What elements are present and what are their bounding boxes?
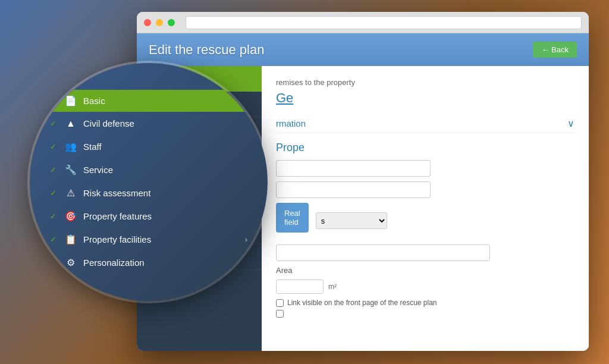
item-icon: ⚙ [64, 257, 77, 268]
item-icon: 📄 [64, 95, 77, 106]
back-button[interactable]: ← Back [533, 42, 577, 58]
item-icon: 🔧 [64, 164, 77, 175]
checkbox-1-label: Link visible on the front page of the re… [287, 299, 437, 307]
input-field-1[interactable] [276, 160, 431, 177]
url-bar[interactable] [186, 16, 582, 29]
area-label: Area [276, 266, 292, 275]
page-title: Edit the rescue plan [149, 42, 264, 58]
check-icon: ✓ [50, 142, 58, 151]
breadcrumb: remises to the property [276, 78, 575, 87]
mag-sidebar-item-basic[interactable]: ✓ 📄 Basic [42, 90, 256, 112]
mag-sidebar-item-property-facilities[interactable]: ✓ 📋 Property facilities › [42, 228, 256, 250]
checkbox-2[interactable] [276, 310, 284, 318]
chevron-down-icon: ∨ [567, 118, 575, 129]
minimize-button[interactable] [156, 19, 163, 26]
magnifier-item-label: Risk assessment [83, 188, 247, 198]
mag-sidebar-item-personalization[interactable]: ⚙ Personalization [42, 252, 256, 274]
main-content: remises to the property Ge rmation ∨ Pro… [262, 66, 589, 351]
item-icon: 🎯 [64, 211, 77, 222]
mag-sidebar-item-civil-defense[interactable]: ✓ ▲ Civil defense [42, 113, 256, 134]
info-box: Real field [276, 203, 309, 233]
checkbox-row-1: Link visible on the front page of the re… [276, 299, 575, 307]
item-icon: ▲ [64, 118, 77, 129]
mag-sidebar-item-risk-assessment[interactable]: ✓ ⚠ Risk assessment [42, 182, 256, 204]
area-unit: m² [328, 283, 337, 291]
magnifier-overlay: ✓ 📄 Basic ✓ ▲ Civil defense ✓ 👥 Staff ✓ … [30, 63, 268, 301]
magnifier-inner: ✓ 📄 Basic ✓ ▲ Civil defense ✓ 👥 Staff ✓ … [30, 63, 268, 301]
checkbox-row-2 [276, 310, 575, 318]
maximize-button[interactable] [168, 19, 175, 26]
magnifier-item-label: Staff [83, 142, 247, 152]
mag-sidebar-item-service[interactable]: ✓ 🔧 Service [42, 159, 256, 181]
accordion-header[interactable]: rmation ∨ [276, 114, 575, 133]
check-icon: ✓ [50, 212, 58, 221]
check-icon: ✓ [50, 189, 58, 197]
item-icon: ⚠ [64, 187, 77, 199]
area-input-row: m² [276, 280, 575, 294]
input-field-3[interactable] [276, 244, 490, 261]
check-icon: ✓ [50, 96, 58, 105]
magnifier-sidebar: ✓ 📄 Basic ✓ ▲ Civil defense ✓ 👥 Staff ✓ … [30, 63, 268, 301]
sub-section-title: Prope [276, 142, 575, 154]
chevron-right-icon: › [245, 235, 247, 244]
mag-sidebar-item-staff[interactable]: ✓ 👥 Staff [42, 136, 256, 158]
area-row: Area [276, 266, 575, 275]
magnifier-item-label: Personalization [83, 258, 247, 268]
area-input[interactable] [276, 280, 324, 294]
app-header: Edit the rescue plan ← Back [137, 33, 589, 66]
check-icon: ✓ [50, 119, 58, 128]
magnifier-item-label: Civil defense [83, 118, 247, 128]
check-icon: ✓ [50, 165, 58, 174]
checkbox-1[interactable] [276, 299, 284, 307]
magnifier-item-label: Basic [83, 96, 247, 106]
close-button[interactable] [144, 19, 151, 26]
magnifier-item-label: Property facilities [83, 234, 239, 244]
input-field-2[interactable] [276, 181, 431, 198]
magnifier-item-label: Property features [83, 211, 247, 221]
item-icon: 👥 [64, 141, 77, 152]
item-icon: 📋 [64, 234, 77, 245]
titlebar [137, 12, 589, 33]
magnifier-item-label: Service [83, 165, 247, 175]
mag-sidebar-item-property-features[interactable]: ✓ 🎯 Property features [42, 205, 256, 227]
section-title[interactable]: Ge [276, 90, 575, 106]
dropdown-select[interactable]: s [316, 212, 387, 229]
check-icon: ✓ [50, 235, 58, 244]
